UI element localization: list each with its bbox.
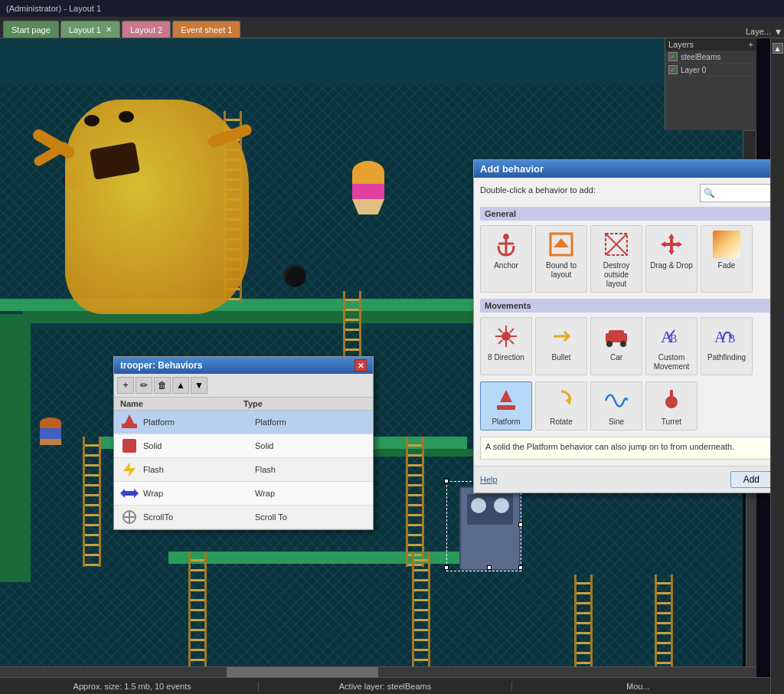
add-behavior-body: Double-click a behavior to add: 🔍 Genera… (474, 178, 770, 466)
selection-box (446, 481, 521, 571)
behavior-destroy[interactable]: Destroy outside layout (590, 225, 642, 293)
behaviors-title-bar[interactable]: trooper: Behaviors ✕ (114, 357, 373, 374)
behavior-platform-name: Platform (143, 417, 255, 427)
add-behavior-btn[interactable]: Add (730, 471, 770, 488)
behaviors-close-btn[interactable]: ✕ (354, 359, 367, 372)
svg-line-22 (498, 329, 502, 332)
svg-marker-34 (500, 390, 512, 402)
custmove-icon: AB (656, 321, 687, 352)
behavior-wrap-type: Wrap (255, 489, 367, 498)
layer-checkbox-1[interactable]: ✓ (668, 52, 678, 61)
obstacle-2 (283, 264, 306, 287)
behavior-down-btn[interactable]: ▼ (191, 377, 207, 394)
tab-start-label: Start page (11, 25, 51, 34)
sine-label: Sine (609, 417, 624, 427)
svg-marker-36 (566, 396, 570, 405)
svg-point-29 (620, 341, 626, 347)
rotate-icon (546, 385, 577, 416)
behavior-row-scrollto[interactable]: ScrollTo Scroll To (114, 506, 373, 529)
svg-point-17 (501, 332, 511, 341)
search-icon: 🔍 (704, 188, 715, 198)
anchor-icon (491, 229, 521, 260)
svg-marker-1 (125, 414, 134, 424)
tab-event-sheet1-label: Event sheet 1 (181, 25, 232, 34)
pathfind-label: Pathfinding (707, 353, 746, 362)
behavior-sine[interactable]: Sine (590, 381, 642, 430)
behavior-up-btn[interactable]: ▲ (172, 377, 189, 394)
svg-marker-13 (554, 238, 569, 247)
tab-start-page[interactable]: Start page (3, 21, 59, 38)
tab-layout1[interactable]: Layout 1 ✕ (60, 21, 120, 38)
svg-marker-5 (134, 489, 139, 498)
selection-handle-mr (518, 522, 523, 527)
fade-label: Fade (718, 261, 736, 270)
movements-category: Movements (480, 299, 770, 313)
behavior-edit-btn[interactable]: ✏ (136, 377, 152, 394)
svg-text:B: B (728, 333, 735, 345)
help-link[interactable]: Help (480, 475, 498, 484)
svg-marker-3 (123, 462, 136, 477)
platform-1-shadow (23, 311, 482, 323)
right-sidebar: ▲ (770, 38, 784, 694)
behavior-row-platform[interactable]: Platform Platform (114, 411, 373, 434)
bullet-icon (546, 321, 577, 352)
status-size: Approx. size: 1.5 mb, 10 events (6, 682, 259, 691)
tab-bar: Start page Layout 1 ✕ Layout 2 Event she… (0, 17, 784, 38)
ladder-5 (188, 552, 207, 682)
svg-line-23 (510, 340, 514, 344)
h-scrollbar-thumb[interactable] (227, 667, 378, 677)
behavior-anchor[interactable]: Anchor (480, 225, 532, 293)
h-scrollbar[interactable] (0, 666, 756, 677)
behavior-row-solid[interactable]: Solid Solid (114, 434, 373, 458)
behavior-description: A solid the Platform behavior can also j… (480, 437, 770, 460)
behavior-bullet[interactable]: Bullet (535, 317, 587, 375)
behaviors-dialog: trooper: Behaviors ✕ + ✏ 🗑 ▲ ▼ Name Type… (113, 356, 374, 530)
behavior-custmove[interactable]: AB Custom Movement (645, 317, 697, 375)
behavior-pathfind[interactable]: AB Pathfinding (701, 317, 753, 375)
canvas-area[interactable]: Approx. size: 1.5 mb, 10 events Active l… (0, 38, 770, 694)
col-name-header: Name (120, 399, 243, 408)
behavior-car[interactable]: Car (590, 317, 642, 375)
behavior-bound[interactable]: Bound to layout (535, 225, 587, 293)
svg-rect-35 (497, 405, 515, 410)
movements2-behavior-grid: Platform Rotate Sine (480, 381, 770, 430)
behavior-flash-icon (120, 460, 139, 479)
status-layer: Active layer: steelBeams (259, 682, 511, 691)
layers-add-icon[interactable]: + (749, 40, 753, 49)
movements-behavior-grid: 8 Direction Bullet Car (480, 317, 770, 375)
behavior-solid-name: Solid (143, 441, 255, 450)
sine-icon (601, 385, 632, 416)
behavior-turret[interactable]: Turret (645, 381, 697, 430)
behavior-drag[interactable]: Drag & Drop (645, 225, 697, 293)
layer-checkbox-2[interactable]: ✓ (668, 65, 678, 74)
behavior-add-btn[interactable]: + (117, 377, 134, 394)
behavior-wrap-name: Wrap (143, 489, 255, 498)
behavior-delete-btn[interactable]: 🗑 (154, 377, 171, 394)
behavior-row-wrap[interactable]: Wrap Wrap (114, 482, 373, 506)
monster-eye2 (119, 111, 134, 123)
add-behavior-title[interactable]: Add behavior (474, 160, 770, 178)
behavior-row-flash[interactable]: Flash Flash (114, 458, 373, 482)
behavior-search-input[interactable] (715, 185, 769, 201)
ladder-8 (655, 575, 673, 682)
behavior-8dir[interactable]: 8 Direction (480, 317, 532, 375)
svg-line-25 (498, 340, 502, 344)
turret-label: Turret (662, 417, 681, 427)
selection-handle-br (518, 565, 523, 570)
layer-row-1[interactable]: ✓ steelBeams (665, 51, 756, 64)
behavior-platform-add[interactable]: Platform (480, 381, 532, 430)
behavior-rotate[interactable]: Rotate (535, 381, 587, 430)
tab-event-sheet1[interactable]: Event sheet 1 (172, 21, 240, 38)
layers-panel: Layers + ✓ steelBeams ✓ Layer 0 (665, 38, 756, 130)
behavior-fade[interactable]: Fade (701, 225, 753, 293)
platform-left-wall (0, 314, 31, 582)
behavior-scrollto-icon (120, 508, 139, 526)
dropdown-arrow-icon[interactable]: ▾ (776, 25, 781, 38)
tab-layout2[interactable]: Layout 2 (122, 21, 171, 38)
tab-layout1-close[interactable]: ✕ (106, 25, 112, 34)
add-behavior-instruction: Double-click a behavior to add: (480, 185, 596, 195)
sidebar-scroll-up[interactable]: ▲ (773, 43, 783, 54)
svg-marker-6 (120, 489, 125, 498)
general-behavior-grid: Anchor Bound to layout Destroy outside l… (480, 225, 770, 293)
layer-row-2[interactable]: ✓ Layer 0 (665, 64, 756, 77)
